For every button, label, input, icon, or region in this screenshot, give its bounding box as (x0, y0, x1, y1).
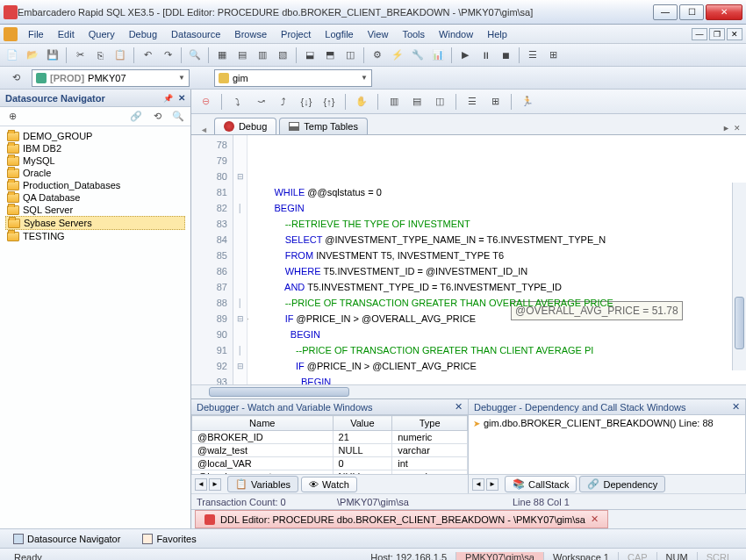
new-button[interactable]: 📄 (4, 47, 21, 64)
tree-item[interactable]: MySQL (5, 154, 185, 167)
mdi-restore-button[interactable]: ❐ (709, 28, 725, 40)
debug-stop-button[interactable]: ⊖ (197, 93, 214, 111)
code-body[interactable]: @OVERALL_AVG_PRICE = 51.78 WHILE @@sqlst… (247, 135, 746, 384)
tab-variables[interactable]: 📋Variables (227, 476, 298, 492)
tool-button[interactable]: ⏹ (497, 47, 514, 64)
tree-item[interactable]: DEMO_GROUP (5, 130, 185, 142)
tool-button[interactable]: 📊 (429, 47, 447, 64)
tab-nav-left[interactable]: ◄ (197, 126, 212, 134)
step-out-button[interactable]: ⤴ (275, 93, 292, 111)
tool-button[interactable]: ⬓ (301, 47, 319, 64)
tool-button[interactable]: ⊞ (544, 47, 562, 64)
close-panel-button[interactable]: ✕ (178, 93, 185, 103)
watch-row[interactable]: @local_VAR0int (192, 457, 468, 470)
menu-tools[interactable]: Tools (395, 26, 432, 42)
tab-dependency[interactable]: 🔗Dependency (579, 476, 665, 492)
menu-project[interactable]: Project (274, 26, 318, 42)
watch-table[interactable]: NameValueType @BROKER_ID21numeric@walz_t… (191, 415, 468, 474)
menu-debug[interactable]: Debug (122, 26, 164, 42)
tab-nav[interactable]: ◄ (195, 478, 207, 491)
tree-item[interactable]: SQL Server (5, 204, 185, 216)
tab-nav[interactable]: ► (209, 478, 221, 491)
redo-button[interactable]: ↷ (159, 47, 176, 64)
step-return-button[interactable]: {↑} (320, 93, 338, 111)
menu-datasource[interactable]: Datasource (164, 26, 227, 42)
menu-view[interactable]: View (361, 26, 396, 42)
menu-help[interactable]: Help (480, 26, 514, 42)
open-button[interactable]: 📂 (24, 47, 41, 64)
database-combo[interactable]: gim ▼ (214, 69, 372, 87)
tab-watch[interactable]: 👁Watch (301, 477, 357, 492)
tool-button[interactable]: ⚙ (369, 47, 386, 64)
close-tab-button[interactable]: ✕ (591, 513, 599, 525)
watch-row[interactable]: @BROKER_ID21numeric (192, 431, 468, 444)
tab-nav[interactable]: ► (486, 478, 499, 491)
document-tab[interactable]: DDL Editor: PROCEDURE dbo.BROKER_CLIENT_… (195, 510, 608, 528)
paste-button[interactable]: 📋 (111, 47, 129, 64)
navigator-tree[interactable]: DEMO_GROUPIBM DB2MySQLOracleProduction_D… (0, 126, 190, 528)
nav-tool-button[interactable]: ⟲ (148, 108, 166, 126)
tab-debug[interactable]: Debug (214, 118, 276, 134)
tool-button[interactable]: ⊞ (486, 93, 504, 111)
minimize-button[interactable]: — (653, 4, 678, 20)
tool-button[interactable]: 🔧 (409, 47, 427, 64)
datasource-combo[interactable]: [PROD] PMKY07 ▼ (32, 69, 190, 87)
column-header[interactable]: Name (192, 416, 334, 431)
breakpoint-button[interactable]: ✋ (353, 93, 370, 111)
menu-window[interactable]: Window (432, 26, 480, 42)
close-panel-button[interactable]: ✕ (455, 401, 463, 413)
save-button[interactable]: 💾 (44, 47, 61, 64)
run-button[interactable]: 🏃 (519, 93, 536, 111)
tab-temp-tables[interactable]: Temp Tables (279, 118, 368, 134)
mdi-close-button[interactable]: ✕ (727, 28, 742, 40)
scroll-thumb[interactable] (209, 387, 349, 397)
tree-item[interactable]: Sybase Servers (5, 216, 185, 230)
tool-button[interactable]: ☰ (524, 47, 542, 64)
code-editor[interactable]: 7879808182838485868788899091929394 ⊟││⊟│… (191, 135, 746, 384)
tool-button[interactable]: ▧ (274, 47, 291, 64)
cut-button[interactable]: ✂ (71, 47, 89, 64)
close-panel-button[interactable]: ✕ (732, 401, 740, 413)
footer-tab-favorites[interactable]: Favorites (133, 531, 205, 547)
step-into-button[interactable]: {↓} (298, 93, 315, 111)
tool-button[interactable]: ▤ (233, 47, 251, 64)
fold-column[interactable]: ⊟││⊟│⊟ (233, 135, 247, 384)
pin-button[interactable]: 📌 (163, 94, 173, 103)
close-button[interactable]: ✕ (706, 4, 742, 20)
menu-edit[interactable]: Edit (51, 26, 82, 42)
menu-file[interactable]: File (21, 26, 51, 42)
tool-button[interactable]: ▦ (213, 47, 231, 64)
tool-button[interactable]: ◫ (341, 47, 359, 64)
menu-query[interactable]: Query (82, 26, 122, 42)
watch-row[interactable]: @walz_testNULLvarchar (192, 444, 468, 457)
callstack-row[interactable]: ➤ gim.dbo.BROKER_CLIENT_BREAKDOWN() Line… (472, 417, 742, 429)
tool-button[interactable]: ▥ (385, 93, 403, 111)
tab-nav[interactable]: ◄ (472, 478, 484, 491)
tab-close[interactable]: ✕ (734, 124, 741, 133)
menu-browse[interactable]: Browse (227, 26, 274, 42)
refresh-button[interactable]: ⟲ (7, 69, 25, 87)
nav-search-button[interactable]: 🔍 (169, 108, 187, 126)
tool-button[interactable]: ▥ (254, 47, 271, 64)
copy-button[interactable]: ⎘ (91, 47, 109, 64)
tool-button[interactable]: ☰ (463, 93, 481, 111)
column-header[interactable]: Type (392, 416, 468, 431)
tool-button[interactable]: ⬒ (321, 47, 339, 64)
mdi-minimize-button[interactable]: — (692, 28, 707, 40)
maximize-button[interactable]: ☐ (679, 4, 704, 20)
footer-tab-navigator[interactable]: Datasource Navigator (4, 531, 130, 547)
menu-logfile[interactable]: Logfile (318, 26, 360, 42)
undo-button[interactable]: ↶ (139, 47, 156, 64)
tab-nav-right[interactable]: ► (722, 124, 730, 133)
tree-item[interactable]: IBM DB2 (5, 142, 185, 154)
tool-button[interactable]: ◫ (431, 93, 448, 111)
find-button[interactable]: 🔍 (186, 47, 204, 64)
tree-item[interactable]: QA Database (5, 191, 185, 204)
vertical-scrollbar[interactable] (732, 183, 746, 370)
tool-button[interactable]: ▤ (408, 93, 426, 111)
tree-item[interactable]: Oracle (5, 167, 185, 179)
horizontal-scrollbar[interactable] (191, 384, 746, 398)
scroll-thumb[interactable] (735, 297, 744, 349)
step-button[interactable]: ⤵ (229, 93, 247, 111)
tree-item[interactable]: Production_Databases (5, 179, 185, 191)
